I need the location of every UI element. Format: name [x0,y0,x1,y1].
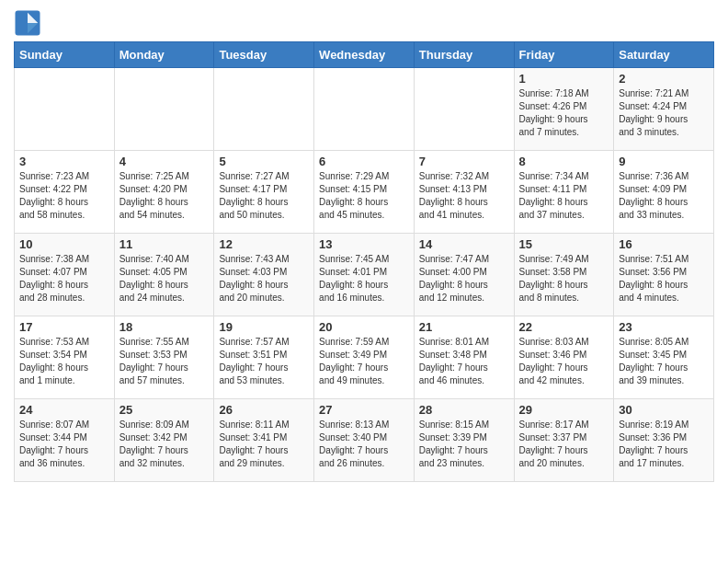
day-number: 29 [519,403,609,417]
header-row: SundayMondayTuesdayWednesdayThursdayFrid… [15,42,714,68]
day-number: 7 [419,155,509,168]
calendar-cell: 25Sunrise: 8:09 AM Sunset: 3:42 PM Dayli… [114,399,214,482]
calendar-table: SundayMondayTuesdayWednesdayThursdayFrid… [14,41,714,482]
day-info: Sunrise: 7:51 AM Sunset: 3:56 PM Dayligh… [619,253,709,304]
calendar-cell: 29Sunrise: 8:17 AM Sunset: 3:37 PM Dayli… [514,399,614,482]
calendar-cell: 3Sunrise: 7:23 AM Sunset: 4:22 PM Daylig… [15,151,115,234]
day-number: 15 [519,237,609,251]
day-number: 19 [219,320,309,334]
calendar-cell: 5Sunrise: 7:27 AM Sunset: 4:17 PM Daylig… [214,151,314,234]
day-number: 25 [119,403,210,417]
logo [14,9,45,37]
day-number: 22 [519,320,609,334]
day-number: 28 [419,403,509,417]
day-number: 9 [619,155,709,168]
day-number: 6 [319,155,409,168]
day-number: 24 [19,403,109,417]
calendar-cell: 22Sunrise: 8:03 AM Sunset: 3:46 PM Dayli… [514,316,614,399]
calendar-cell: 12Sunrise: 7:43 AM Sunset: 4:03 PM Dayli… [214,234,314,316]
header-cell-monday: Monday [114,42,214,68]
calendar-cell: 20Sunrise: 7:59 AM Sunset: 3:49 PM Dayli… [314,316,415,399]
day-info: Sunrise: 7:23 AM Sunset: 4:22 PM Dayligh… [19,170,109,222]
calendar-cell [15,68,115,151]
calendar-cell: 26Sunrise: 8:11 AM Sunset: 3:41 PM Dayli… [214,399,314,482]
day-number: 27 [319,403,409,417]
day-info: Sunrise: 7:55 AM Sunset: 3:53 PM Dayligh… [119,336,210,387]
week-row-2: 3Sunrise: 7:23 AM Sunset: 4:22 PM Daylig… [15,151,714,234]
calendar-cell: 18Sunrise: 7:55 AM Sunset: 3:53 PM Dayli… [114,316,214,399]
day-info: Sunrise: 7:47 AM Sunset: 4:00 PM Dayligh… [419,253,509,304]
calendar-cell [214,68,314,151]
header-cell-friday: Friday [514,42,614,68]
calendar-cell: 21Sunrise: 8:01 AM Sunset: 3:48 PM Dayli… [414,316,514,399]
day-info: Sunrise: 7:32 AM Sunset: 4:13 PM Dayligh… [419,170,509,222]
day-info: Sunrise: 8:09 AM Sunset: 3:42 PM Dayligh… [119,419,210,470]
day-info: Sunrise: 8:17 AM Sunset: 3:37 PM Dayligh… [519,419,609,470]
day-number: 11 [119,237,210,251]
calendar-cell: 13Sunrise: 7:45 AM Sunset: 4:01 PM Dayli… [314,234,415,316]
calendar-cell [414,68,514,151]
calendar-cell: 28Sunrise: 8:15 AM Sunset: 3:39 PM Dayli… [414,399,514,482]
calendar-cell: 1Sunrise: 7:18 AM Sunset: 4:26 PM Daylig… [514,68,614,151]
day-info: Sunrise: 7:40 AM Sunset: 4:05 PM Dayligh… [119,253,210,304]
header-cell-sunday: Sunday [15,42,115,68]
calendar-cell: 9Sunrise: 7:36 AM Sunset: 4:09 PM Daylig… [614,151,714,234]
logo-icon [14,9,41,37]
day-info: Sunrise: 8:03 AM Sunset: 3:46 PM Dayligh… [519,336,609,387]
day-info: Sunrise: 8:07 AM Sunset: 3:44 PM Dayligh… [19,419,109,470]
day-number: 3 [19,155,109,168]
calendar-cell: 7Sunrise: 7:32 AM Sunset: 4:13 PM Daylig… [414,151,514,234]
day-number: 17 [19,320,109,334]
calendar-cell: 19Sunrise: 7:57 AM Sunset: 3:51 PM Dayli… [214,316,314,399]
calendar-cell: 4Sunrise: 7:25 AM Sunset: 4:20 PM Daylig… [114,151,214,234]
calendar-cell: 23Sunrise: 8:05 AM Sunset: 3:45 PM Dayli… [614,316,714,399]
day-info: Sunrise: 7:29 AM Sunset: 4:15 PM Dayligh… [319,170,409,222]
day-info: Sunrise: 7:59 AM Sunset: 3:49 PM Dayligh… [319,336,409,387]
week-row-3: 10Sunrise: 7:38 AM Sunset: 4:07 PM Dayli… [15,234,714,316]
day-number: 26 [219,403,309,417]
header-cell-wednesday: Wednesday [314,42,415,68]
day-number: 16 [619,237,709,251]
day-info: Sunrise: 8:13 AM Sunset: 3:40 PM Dayligh… [319,419,409,470]
day-number: 13 [319,237,409,251]
week-row-4: 17Sunrise: 7:53 AM Sunset: 3:54 PM Dayli… [15,316,714,399]
header-cell-tuesday: Tuesday [214,42,314,68]
day-info: Sunrise: 8:05 AM Sunset: 3:45 PM Dayligh… [619,336,709,387]
calendar-header: SundayMondayTuesdayWednesdayThursdayFrid… [15,42,714,68]
day-info: Sunrise: 8:11 AM Sunset: 3:41 PM Dayligh… [219,419,309,470]
day-number: 5 [219,155,309,168]
day-info: Sunrise: 7:25 AM Sunset: 4:20 PM Dayligh… [119,170,210,222]
day-info: Sunrise: 7:18 AM Sunset: 4:26 PM Dayligh… [519,87,609,139]
day-info: Sunrise: 7:36 AM Sunset: 4:09 PM Dayligh… [619,170,709,222]
header-cell-saturday: Saturday [614,42,714,68]
calendar-cell: 24Sunrise: 8:07 AM Sunset: 3:44 PM Dayli… [15,399,115,482]
day-info: Sunrise: 7:27 AM Sunset: 4:17 PM Dayligh… [219,170,309,222]
day-number: 2 [619,72,709,86]
day-info: Sunrise: 8:15 AM Sunset: 3:39 PM Dayligh… [419,419,509,470]
day-number: 1 [519,72,609,86]
calendar-cell: 15Sunrise: 7:49 AM Sunset: 3:58 PM Dayli… [514,234,614,316]
calendar-body: 1Sunrise: 7:18 AM Sunset: 4:26 PM Daylig… [15,68,714,482]
day-info: Sunrise: 8:19 AM Sunset: 3:36 PM Dayligh… [619,419,709,470]
calendar-cell: 10Sunrise: 7:38 AM Sunset: 4:07 PM Dayli… [15,234,115,316]
day-number: 30 [619,403,709,417]
week-row-5: 24Sunrise: 8:07 AM Sunset: 3:44 PM Dayli… [15,399,714,482]
calendar-cell: 27Sunrise: 8:13 AM Sunset: 3:40 PM Dayli… [314,399,415,482]
day-info: Sunrise: 8:01 AM Sunset: 3:48 PM Dayligh… [419,336,509,387]
calendar-cell: 16Sunrise: 7:51 AM Sunset: 3:56 PM Dayli… [614,234,714,316]
day-info: Sunrise: 7:21 AM Sunset: 4:24 PM Dayligh… [619,87,709,139]
header [14,9,714,37]
day-info: Sunrise: 7:49 AM Sunset: 3:58 PM Dayligh… [519,253,609,304]
day-number: 23 [619,320,709,334]
day-info: Sunrise: 7:38 AM Sunset: 4:07 PM Dayligh… [19,253,109,304]
day-number: 14 [419,237,509,251]
day-info: Sunrise: 7:57 AM Sunset: 3:51 PM Dayligh… [219,336,309,387]
page-container: SundayMondayTuesdayWednesdayThursdayFrid… [0,0,728,491]
day-number: 4 [119,155,210,168]
day-number: 18 [119,320,210,334]
calendar-cell: 17Sunrise: 7:53 AM Sunset: 3:54 PM Dayli… [15,316,115,399]
calendar-cell [314,68,415,151]
calendar-cell: 8Sunrise: 7:34 AM Sunset: 4:11 PM Daylig… [514,151,614,234]
day-info: Sunrise: 7:43 AM Sunset: 4:03 PM Dayligh… [219,253,309,304]
day-number: 8 [519,155,609,168]
